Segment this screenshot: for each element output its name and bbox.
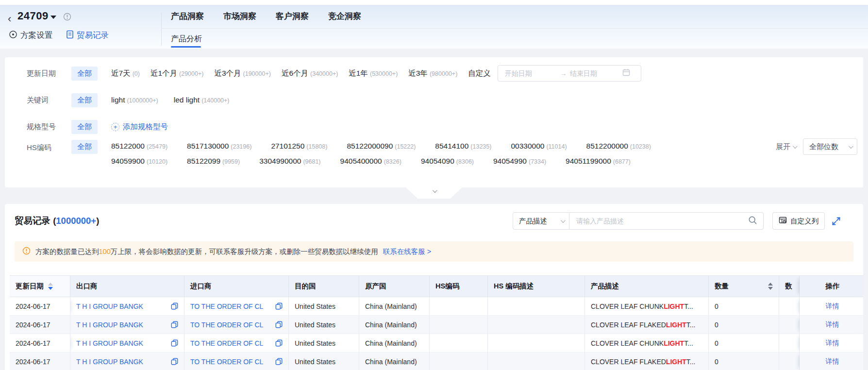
hs-code-option[interactable]: 8517130000(23196) [187,142,251,151]
nav-tab-market-insight[interactable]: 市场洞察 [223,11,256,22]
search-input[interactable] [576,217,748,225]
importer-link[interactable]: TO THE ORDER OF CL [190,321,263,329]
hs-code-option[interactable]: 85122000(25479) [111,142,167,151]
sort-asc-icon[interactable] [48,283,53,286]
detail-link[interactable]: 详情 [826,339,839,348]
nav-tab-competitor-insight[interactable]: 竞企洞察 [328,11,361,22]
expand-button[interactable]: 展开 [776,142,796,151]
hs-code-option[interactable]: 85414100(13235) [435,142,491,151]
table-row: 2024-06-17 T H I GROUP BANGK TO THE ORDE… [10,297,863,316]
hs-code-option[interactable]: 85122099(9959) [187,157,240,166]
filter-option[interactable]: 近1年(530000+) [349,68,398,79]
filter-all-chip[interactable]: 全部 [71,120,98,134]
vertical-divider [161,13,162,46]
add-spec-button[interactable]: + 添加规格型号 [111,122,168,132]
filter-option[interactable]: 近7天(0) [111,68,140,79]
collapse-panel-handle[interactable] [406,187,462,199]
hs-code-option[interactable]: 00330000(11014) [511,142,567,151]
hs-code-option[interactable]: 94051199000(6877) [566,157,631,166]
search-icon[interactable] [748,216,757,227]
date-range-picker[interactable]: → [498,65,641,82]
custom-date-label[interactable]: 自定义 [468,68,491,79]
hs-code-option[interactable]: 9405400000(8326) [340,157,401,166]
copy-icon[interactable] [275,303,283,310]
caret-down-icon[interactable] [50,16,56,19]
copy-icon[interactable] [275,358,283,365]
filter-options: 近7天(0) 近1个月(29000+) 近3个月(190000+) 近6个月(3… [111,68,457,79]
filter-all-chip[interactable]: 全部 [71,67,98,81]
warning-icon [22,247,31,257]
filter-all-chip[interactable]: 全部 [71,93,98,107]
fullscreen-icon[interactable] [831,216,841,226]
copy-icon[interactable] [275,321,283,328]
cell-update-date: 2024-06-17 [10,334,70,353]
tab-plan-settings[interactable]: 方案设置 [9,30,52,41]
end-date-input[interactable] [570,69,622,77]
filter-row-keyword: 关键词 全部 light(1000000+) led light(140000+… [27,91,853,109]
warning-banner: 方案的数据量已达到100万上限，将会影响数据的更新，可联系客服升级方案，或删除一… [15,241,853,262]
tab-plan-settings-label: 方案设置 [20,30,52,41]
filter-label: 更新日期 [27,69,71,78]
cell-origin: China (Mainland) [359,297,430,316]
copy-icon[interactable] [171,321,178,328]
filter-row-hs-code: HS编码 全部 85122000(25479) 8517130000(23196… [27,140,853,166]
col-header-exporter: 出口商 [70,276,184,297]
filter-option[interactable]: 近1个月(29000+) [150,68,204,79]
customize-columns-button[interactable]: 自定义列 [772,212,825,230]
sort-asc-icon[interactable] [768,283,773,286]
start-date-input[interactable] [505,69,557,77]
detail-link[interactable]: 详情 [826,320,839,329]
col-header-importer: 进口商 [184,276,289,297]
importer-link[interactable]: TO THE ORDER OF CL [190,339,263,347]
tab-trade-records-label: 贸易记录 [77,30,109,41]
copy-icon[interactable] [171,339,178,347]
plan-id[interactable]: 24709 [17,10,49,22]
hs-code-option[interactable]: 94054090(8306) [421,157,474,166]
tab-trade-records[interactable]: 贸易记录 [66,30,109,41]
hs-code-option[interactable]: 85122000090(15222) [347,142,416,151]
exporter-link[interactable]: T H I GROUP BANGK [76,358,143,366]
back-chevron-icon[interactable]: ‹ [8,13,17,25]
detail-link[interactable]: 详情 [826,302,839,311]
filter-option[interactable]: led light(140000+) [174,96,230,104]
importer-link[interactable]: TO THE ORDER OF CL [190,358,263,366]
sort-desc-icon[interactable] [48,287,53,290]
cell-quantity: 0 [709,334,779,353]
exporter-link[interactable]: T H I GROUP BANGK [76,321,143,329]
copy-icon[interactable] [171,358,178,365]
detail-link[interactable]: 详情 [826,357,839,366]
digits-select[interactable]: 全部位数 [803,138,857,155]
filter-all-chip[interactable]: 全部 [71,140,98,154]
nav-tab-customer-insight[interactable]: 客户洞察 [276,11,309,22]
hs-code-option[interactable]: 94054990(7334) [493,157,546,166]
filter-option[interactable]: 近6个月(340000+) [282,68,338,79]
sort-icons[interactable] [48,283,53,290]
importer-link[interactable]: TO THE ORDER OF CL [190,303,263,310]
cell-hs-desc [488,316,585,334]
filter-option[interactable]: 近3年(980000+) [408,68,457,79]
exporter-link[interactable]: T H I GROUP BANGK [76,303,143,310]
copy-icon[interactable] [275,339,283,347]
copy-icon[interactable] [171,303,178,310]
filter-panel: 更新日期 全部 近7天(0) 近1个月(29000+) 近3个月(190000+… [5,57,863,187]
col-header-update-date[interactable]: 更新日期 [10,276,70,297]
sort-desc-icon[interactable] [768,287,773,290]
filter-option[interactable]: light(1000000+) [111,96,158,104]
hs-code-option[interactable]: 8512200000(10238) [586,142,651,151]
nav-tabs: 产品洞察 市场洞察 客户洞察 竞企洞察 [171,11,361,22]
hs-code-option[interactable]: 3304990000(9681) [259,157,320,166]
exporter-link[interactable]: T H I GROUP BANGK [76,339,143,347]
search-type-select[interactable]: 产品描述 [513,212,569,230]
col-header-quantity[interactable]: 数量 [709,276,779,297]
sort-icons[interactable] [768,283,773,290]
nav-tab-product-insight[interactable]: 产品洞察 [171,11,204,22]
cell-product-desc: CLOVER LEAF CHUNK LIGHT T... [585,334,709,353]
sub-tab-product-analysis[interactable]: 产品分析 [171,34,202,44]
filter-option[interactable]: 近3个月(190000+) [214,68,270,79]
hs-code-option[interactable]: 27101250(15808) [271,142,327,151]
col-header-hs-desc: HS 编码描述 [488,276,585,297]
hs-code-option[interactable]: 94059900(10120) [111,157,167,166]
contact-support-link[interactable]: 联系在线客服 > [383,248,432,255]
info-circle-icon[interactable] [63,13,71,23]
filter-row-spec: 规格型号 全部 + 添加规格型号 [27,118,853,135]
